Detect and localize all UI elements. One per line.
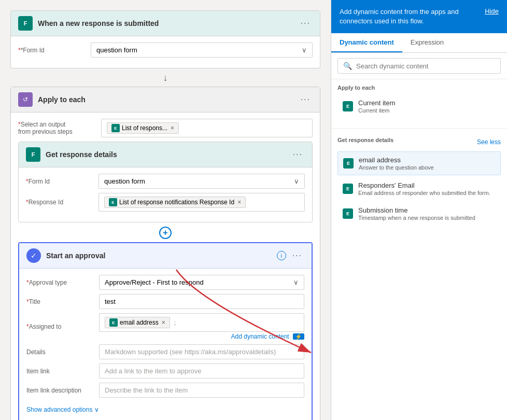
email-tag-icon: E (109, 318, 118, 327)
search-input[interactable] (356, 62, 495, 70)
apply-tag-icon: E (111, 124, 120, 132)
gr-response-id-input[interactable]: E List of response notifications Respons… (98, 193, 305, 212)
details-input[interactable]: Markdown supported (see https://aka.ms/a… (99, 344, 304, 359)
assigned-to-input[interactable]: E email address × ; (99, 313, 304, 332)
see-less-button[interactable]: See less (477, 138, 501, 146)
approval-title-row: *Title test (26, 294, 304, 309)
details-label: Details (26, 348, 99, 356)
approval-header: ✓ Start an approval i ··· (19, 243, 312, 269)
submission-time-text: Submission time Timestamp when a new res… (358, 206, 475, 221)
details-row: Details Markdown supported (see https://… (26, 344, 304, 359)
panel-header: Add dynamic content from the apps and co… (331, 0, 507, 33)
apply-menu[interactable]: ··· (299, 93, 313, 106)
get-response-section-title: Get response details (337, 137, 393, 143)
approval-title-label: *Title (26, 298, 99, 305)
item-link-row: Item link Add a link to the item to appr… (26, 363, 304, 379)
get-response-body: *Form Id question form ∨ *Response Id (19, 167, 312, 222)
email-tag: E email address × (105, 317, 170, 328)
get-response-section-header: Get response details See less (337, 137, 501, 147)
plus-connector[interactable]: + (18, 227, 313, 239)
gr-form-id-label: *Form Id (26, 178, 98, 185)
assigned-to-row: *Assigned to E email address × ; (26, 313, 304, 340)
apply-icon: ↺ (18, 92, 33, 107)
dynamic-content-icon: ⚡ (293, 333, 304, 340)
assigned-to-label: *Assigned to (26, 323, 99, 330)
approval-type-arrow: ∨ (293, 278, 299, 286)
search-icon: 🔍 (343, 62, 352, 70)
apply-title: Apply to each (38, 95, 299, 104)
gr-response-tag-icon: E (109, 198, 117, 206)
get-response-card: F Get response details ··· *Form Id ques… (18, 142, 313, 222)
responders-email-item[interactable]: E Responders' Email Email address of res… (337, 177, 501, 200)
panel-search: 🔍 (331, 53, 507, 79)
form-id-row: **Form Id question form ∨ (18, 43, 313, 58)
section-divider (331, 128, 507, 129)
gr-dropdown-arrow: ∨ (294, 177, 299, 185)
form-id-arrow: ∨ (302, 46, 307, 54)
gr-form-id-row: *Form Id question form ∨ (26, 174, 305, 189)
tab-expression[interactable]: Expression (402, 33, 452, 52)
get-response-menu[interactable]: ··· (291, 148, 305, 161)
responders-email-icon: E (343, 184, 353, 194)
get-response-title: Get response details (46, 150, 291, 159)
item-link-desc-row: Item link description Describe the link … (26, 383, 304, 398)
item-link-desc-label: Item link description (26, 387, 99, 394)
apply-tag: E List of respons... × (107, 122, 179, 134)
gr-form-id-input[interactable]: question form ∨ (98, 174, 305, 189)
search-box[interactable]: 🔍 (337, 58, 501, 74)
tab-dynamic-content[interactable]: Dynamic content (331, 33, 402, 52)
trigger-icon: F (18, 16, 33, 31)
trigger-menu[interactable]: ··· (299, 17, 313, 30)
submission-time-item[interactable]: E Submission time Timestamp when a new r… (337, 202, 501, 225)
email-address-text: email address Answer to the question abo… (359, 156, 434, 171)
apply-body: *Select an outputfrom previous steps E L… (11, 119, 320, 420)
hide-button[interactable]: Hide (485, 7, 499, 15)
gr-response-id-row: *Response Id E List of response notifica… (26, 193, 305, 212)
approval-type-row: *Approval type Approve/Reject - First to… (26, 275, 304, 290)
approval-title-input[interactable]: test (99, 294, 304, 309)
gr-response-id-label: *Response Id (26, 199, 98, 206)
get-response-section: Get response details See less E email ad… (331, 132, 507, 232)
assigned-to-container: E email address × ; Add dynamic content (99, 313, 304, 340)
approval-body: *Approval type Approve/Reject - First to… (19, 269, 312, 420)
apply-each-section-title: Apply to each (337, 85, 501, 91)
email-tag-close[interactable]: × (162, 319, 165, 326)
start-approval-card: ✓ Start an approval i ··· *Approval type… (18, 242, 313, 420)
trigger-card: F When a new response is submitted ··· *… (10, 10, 320, 68)
approval-menu[interactable]: ··· (290, 249, 304, 262)
gr-response-tag: E List of response notifications Respons… (104, 197, 246, 208)
apply-header: ↺ Apply to each ··· (11, 87, 320, 113)
form-id-label: **Form Id (18, 47, 91, 54)
add-dynamic-content[interactable]: Add dynamic content ⚡ (99, 333, 304, 340)
apply-each-card: ↺ Apply to each ··· *Select an outputfro… (10, 87, 320, 420)
current-item-text: Current item Current item (358, 99, 396, 114)
trigger-header: F When a new response is submitted ··· (11, 11, 320, 36)
get-response-header: F Get response details ··· (19, 142, 312, 167)
show-advanced-button[interactable]: Show advanced options ∨ (26, 402, 304, 417)
approval-type-input[interactable]: Approve/Reject - First to respond ∨ (99, 275, 304, 290)
info-icon[interactable]: i (277, 251, 286, 260)
apply-output-input[interactable]: E List of respons... × (101, 119, 313, 137)
arrow-1: ↓ (10, 73, 320, 83)
trigger-title: When a new response is submitted (38, 19, 299, 27)
current-item[interactable]: E Current item Current item (337, 95, 501, 118)
approval-type-label: *Approval type (26, 279, 99, 286)
get-response-wrapper: F Get response details ··· *Form Id ques… (18, 142, 313, 222)
submission-time-icon: E (343, 208, 353, 219)
trigger-body: **Form Id question form ∨ (11, 36, 320, 68)
item-link-desc-input[interactable]: Describe the link to the item (99, 383, 304, 398)
get-response-icon: F (26, 147, 40, 162)
apply-tag-close[interactable]: × (171, 124, 174, 132)
approval-icon: ✓ (26, 248, 41, 263)
apply-each-section: Apply to each E Current item Current ite… (331, 79, 507, 125)
approval-title: Start an approval (46, 251, 277, 260)
form-id-input[interactable]: question form ∨ (91, 43, 313, 58)
gr-response-tag-close[interactable]: × (237, 199, 241, 206)
right-panel: Add dynamic content from the apps and co… (331, 0, 507, 420)
responders-email-text: Responders' Email Email address of respo… (358, 181, 490, 196)
current-item-icon: E (343, 101, 353, 111)
apply-output-label: *Select an outputfrom previous steps (18, 121, 101, 135)
item-link-label: Item link (26, 368, 99, 375)
email-address-item[interactable]: E email address Answer to the question a… (337, 151, 501, 175)
item-link-input[interactable]: Add a link to the item to approve (99, 363, 304, 379)
